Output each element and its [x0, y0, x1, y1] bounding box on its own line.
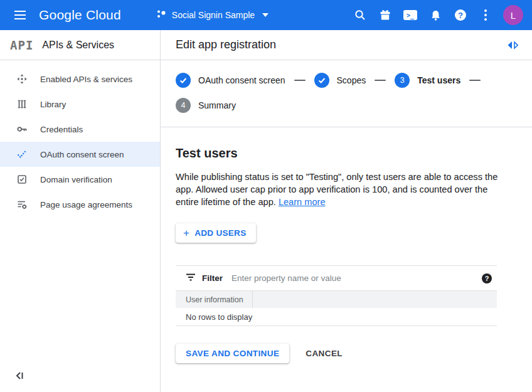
filter-icon — [186, 273, 196, 284]
panel-toggle-icon[interactable] — [507, 40, 519, 50]
sidebar-item-label: Library — [40, 100, 66, 109]
filter-label: Filter — [202, 273, 223, 283]
top-app-bar: Google Cloud Social Signin Sample — [0, 0, 532, 30]
free-trial-gift-icon[interactable] — [375, 5, 395, 25]
sidebar-item-credentials[interactable]: Credentials — [0, 117, 160, 142]
notifications-bell-icon[interactable] — [425, 5, 445, 25]
sidebar-item-domain-verification[interactable]: Domain verification — [0, 167, 160, 192]
test-users-table: Filter ? User information No rows to dis… — [176, 265, 497, 326]
api-logo: API — [10, 38, 33, 52]
registration-stepper: OAuth consent screen Scopes 3 Test users — [161, 60, 532, 127]
main-panel: Edit app registration OAuth consent scre… — [161, 30, 532, 392]
step-separator — [469, 80, 481, 81]
step-scopes[interactable]: Scopes — [314, 73, 366, 88]
chevron-down-icon — [262, 13, 269, 17]
collapse-sidebar-icon[interactable] — [11, 367, 29, 384]
key-icon — [16, 124, 28, 135]
step-test-users[interactable]: 3 Test users — [395, 73, 460, 88]
table-empty-row: No rows to display — [176, 308, 497, 326]
project-icon — [156, 9, 167, 22]
project-selector[interactable]: Social Signin Sample — [156, 9, 269, 22]
sidebar-item-oauth-consent-screen[interactable]: OAuth consent screen — [0, 142, 160, 167]
menu-icon[interactable] — [8, 3, 33, 28]
step-number-badge: 4 — [176, 98, 191, 113]
step-separator — [375, 80, 386, 81]
table-header-row: User information — [176, 290, 497, 308]
sidebar-item-label: Enabled APIs & services — [40, 75, 132, 84]
account-avatar[interactable]: L — [503, 5, 523, 25]
plus-icon: + — [183, 228, 189, 238]
section-description: While publishing status is set to "Testi… — [176, 171, 507, 208]
product-header: API APIs & Services — [0, 30, 160, 60]
step-complete-check-icon — [314, 73, 329, 88]
step-separator — [294, 80, 306, 81]
google-cloud-logo[interactable]: Google Cloud — [39, 8, 121, 23]
filter-input[interactable] — [231, 273, 482, 283]
sidebar-item-label: Credentials — [40, 125, 83, 134]
sidebar-nav: Enabled APIs & services Library — [0, 60, 160, 217]
product-title: APIs & Services — [42, 40, 114, 51]
cancel-button[interactable]: CANCEL — [306, 349, 343, 358]
help-icon[interactable]: ? — [450, 5, 471, 25]
project-name: Social Signin Sample — [172, 10, 255, 20]
sidebar-item-label: Domain verification — [40, 175, 112, 184]
page-title: Edit app registration — [176, 38, 276, 51]
sidebar-item-label: OAuth consent screen — [40, 150, 124, 159]
add-users-button[interactable]: + ADD USERS — [176, 223, 256, 243]
agreements-gear-icon — [16, 199, 28, 210]
sidebar-item-page-usage-agreements[interactable]: Page usage agreements — [0, 192, 160, 217]
dashboard-icon — [16, 73, 28, 85]
search-icon[interactable] — [350, 5, 370, 25]
step-oauth-consent-screen[interactable]: OAuth consent screen — [176, 73, 285, 88]
sidebar-item-label: Page usage agreements — [40, 200, 132, 209]
consent-screen-icon — [16, 149, 28, 160]
step-number-badge: 3 — [395, 73, 410, 88]
sidebar: API APIs & Services Enabled APIs & servi… — [0, 30, 161, 392]
section-heading: Test users — [176, 146, 532, 161]
filter-bar[interactable]: Filter ? — [176, 265, 497, 290]
more-options-icon[interactable] — [476, 5, 496, 25]
learn-more-link[interactable]: Learn more — [279, 197, 326, 207]
domain-check-icon — [16, 174, 28, 185]
save-and-continue-button[interactable]: SAVE AND CONTINUE — [176, 344, 289, 363]
step-complete-check-icon — [176, 73, 191, 88]
filter-help-icon[interactable]: ? — [482, 273, 492, 283]
step-summary[interactable]: 4 Summary — [176, 98, 236, 113]
column-header-user-information: User information — [176, 291, 253, 308]
sidebar-item-enabled-apis[interactable]: Enabled APIs & services — [0, 66, 160, 92]
sidebar-item-library[interactable]: Library — [0, 92, 160, 117]
library-icon — [16, 98, 28, 110]
cloud-shell-icon[interactable]: >_ — [400, 5, 420, 25]
